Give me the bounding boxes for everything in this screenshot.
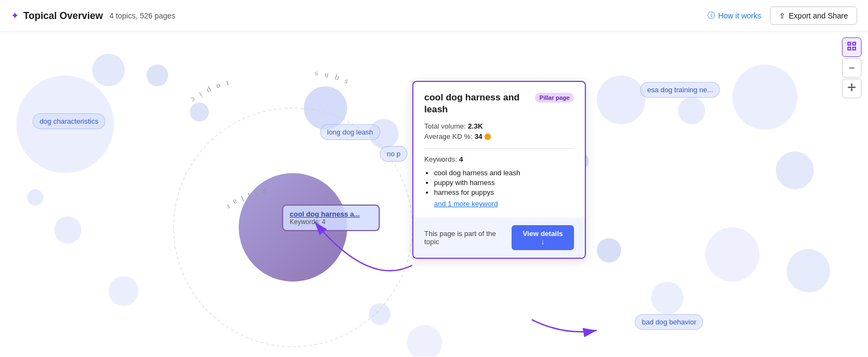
how-it-works-label: How it works [718,11,761,20]
export-label: Export and Share [789,11,848,20]
pillar-badge: Pillar page [535,93,574,103]
export-icon: ⇪ [779,11,786,20]
header-left: ✦ Topical Overview 4 topics, 526 pages [11,10,175,22]
keywords-label: Keywords: [424,155,457,163]
popup-header: cool dog harness and leash Pillar page [424,92,574,116]
bottom-bubble-1 [108,276,138,306]
bubble-4 [27,189,43,206]
zoom-pan-button[interactable] [842,79,861,98]
export-share-button[interactable]: ⇪ Export and Share [770,7,857,25]
popup-card: cool dog harness and leash Pillar page T… [412,81,586,259]
page-title: Topical Overview [23,10,103,22]
map-area: s u b s t o p i c p i l l a r dog charac… [0,32,868,356]
sub-bubble-1 [304,86,347,130]
popup-footer-text: This page is part of the topic [424,229,512,246]
no-p-node[interactable]: no p [380,146,407,162]
keywords-row: Keywords: 4 [424,155,574,163]
svg-marker-14 [847,86,850,88]
popup-title: cool dog harness and leash [424,92,529,116]
zoom-controls: − [842,37,861,98]
bottom-bubble-2 [369,303,391,325]
bubble-3 [146,65,168,86]
total-volume-row: Total volume: 2.3K [424,122,574,130]
keyword-list: cool dog harness and leash puppy with ha… [424,169,574,196]
right-bubble-7 [787,249,830,292]
selected-node-title: cool dog harness a... [290,210,372,218]
keywords-count: 4 [459,155,463,163]
selected-node-sub: Keywords: 4 [290,218,372,226]
bottom-bubble-3 [407,325,442,356]
zoom-out-button[interactable]: − [842,58,861,78]
long-dog-leash-node[interactable]: long dog leash [320,124,380,140]
popup-footer: This page is part of the topic View deta… [413,218,585,258]
right-bubble-5 [597,238,621,263]
page-subtitle: 4 topics, 526 pages [110,11,175,20]
arrow2-svg [532,303,640,356]
svg-text:s u b s: s u b s [315,68,352,86]
avg-kd-value: 34 [475,132,482,141]
svg-text:t o p i c: t o p i c [188,79,230,106]
help-icon: ⓘ [707,11,715,21]
bubble-2 [92,54,125,86]
view-details-button[interactable]: View details ↓ [512,225,574,250]
right-bubble-6 [651,282,684,314]
topic-arc-label: t o p i c [188,79,230,106]
right-bubble-1 [597,75,646,124]
bad-dog-behavior-node[interactable]: bad dog behavior [635,314,703,330]
right-bubble-2 [678,97,705,124]
sparkle-icon: ✦ [11,10,19,22]
dog-characteristics-label: dog characteristics [40,117,98,125]
total-volume-label: Total volume: [424,122,466,130]
subs-arc-label: s u b s [315,68,352,86]
bubble-6 [190,103,209,122]
zoom-fit-button[interactable] [842,37,861,57]
popup-main: cool dog harness and leash Pillar page T… [413,82,585,218]
svg-rect-6 [848,42,851,45]
right-bubble-8 [705,227,760,282]
kd-indicator-dot [484,133,491,140]
esa-dog-node[interactable]: esa dog training ne... [640,82,720,98]
zoom-pan-icon [847,83,856,94]
header-right: ⓘ How it works ⇪ Export and Share [707,7,857,25]
how-it-works-button[interactable]: ⓘ How it works [707,11,761,21]
bubble-5 [54,216,81,244]
zoom-fit-icon [847,41,857,53]
svg-rect-8 [848,47,851,50]
svg-marker-12 [851,83,853,85]
list-item: puppy with harness [434,178,574,187]
selected-node[interactable]: cool dog harness a... Keywords: 4 [282,205,380,231]
dog-characteristics-node[interactable]: dog characteristics [33,113,105,129]
no-p-label: no p [387,150,400,158]
long-dog-leash-label: long dog leash [327,128,373,136]
svg-marker-15 [854,86,856,88]
right-bubble-4 [776,151,814,189]
header: ✦ Topical Overview 4 topics, 526 pages ⓘ… [0,0,868,32]
svg-rect-7 [853,42,856,45]
bad-dog-behavior-label: bad dog behavior [642,318,696,326]
view-details-label: View details ↓ [520,229,565,246]
svg-marker-13 [851,90,853,92]
avg-kd-row: Average KD %: 34 [424,132,574,141]
list-item: cool dog harness and leash [434,169,574,177]
esa-dog-label: esa dog training ne... [647,86,713,94]
zoom-out-icon: − [848,62,855,73]
popup-stats: Total volume: 2.3K Average KD %: 34 [424,122,574,141]
popup-divider [424,148,574,149]
avg-kd-label: Average KD %: [424,132,473,141]
svg-rect-9 [853,47,856,50]
more-keywords-link[interactable]: and 1 more keyword [424,200,574,208]
total-volume-value: 2.3K [468,122,483,130]
list-item: harness for puppys [434,188,574,196]
right-bubble-3 [732,65,797,130]
